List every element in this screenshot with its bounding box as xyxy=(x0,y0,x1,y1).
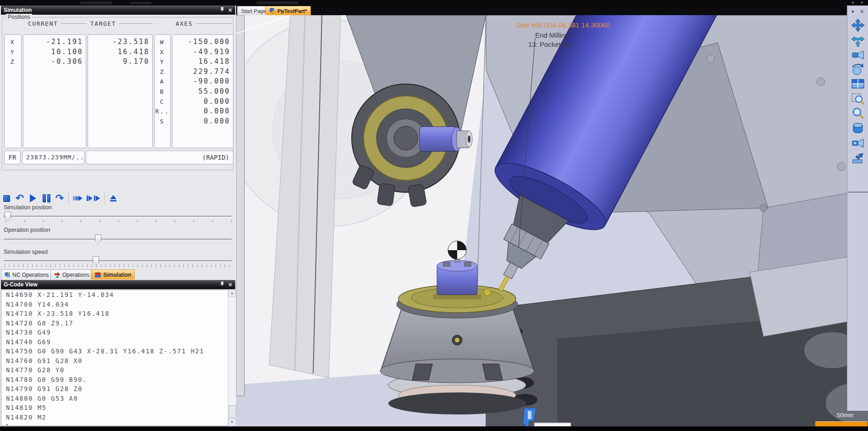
simulation-speed-slider[interactable] xyxy=(4,260,232,262)
slider-ticks xyxy=(5,264,232,267)
tab-pptestpart[interactable]: PpTestPart* xyxy=(265,6,311,15)
play-button[interactable] xyxy=(28,192,38,204)
machine-axis-label: A xyxy=(155,77,170,87)
part-document-icon xyxy=(270,8,276,14)
simulation-icon xyxy=(94,272,101,278)
status-strip xyxy=(0,426,868,431)
simulation-position-label: Simulation position xyxy=(4,204,52,211)
machine-axis-label: R.. xyxy=(155,106,170,117)
machine-axis-value: 0.000 xyxy=(172,117,233,127)
gcode-scrollbar[interactable]: ▲ ▼ xyxy=(228,290,236,426)
zoom-window-icon[interactable] xyxy=(851,92,865,106)
step-back-button[interactable]: ↶ xyxy=(15,192,24,204)
gcode-line: N14700 Y14.034 xyxy=(1,300,235,309)
run-to-end-button[interactable] xyxy=(87,192,100,204)
operation-position-thumb[interactable] xyxy=(95,235,101,244)
chevron-down-icon[interactable]: ▾ xyxy=(851,9,854,14)
feedrate-value: 23873.239MM/... xyxy=(22,151,84,164)
gcode-panel-titlebar: G-Code View ✕ xyxy=(1,280,235,289)
machine-axis-value: 0.000 xyxy=(172,106,233,117)
gcode-panel-title: G-Code View xyxy=(4,281,38,288)
stop-button[interactable] xyxy=(2,192,11,204)
eject-button[interactable] xyxy=(109,192,118,204)
step-forward-button[interactable]: ↷ xyxy=(55,192,64,204)
close-icon[interactable]: ✕ xyxy=(227,281,233,288)
position-axis-labels: XYZ xyxy=(4,34,22,148)
machine-axis-label: B xyxy=(155,87,170,97)
left-dock: Simulation ✕ Positions CURRENT TARGET AX… xyxy=(0,6,237,426)
tab-simulation[interactable]: Simulation xyxy=(91,269,135,280)
machine-axis-value: 229.774 xyxy=(172,67,233,77)
axis-label: Z xyxy=(5,57,21,67)
pin-icon[interactable] xyxy=(219,7,225,13)
close-icon[interactable]: ✕ xyxy=(860,9,864,14)
current-value: -0.306 xyxy=(23,57,86,67)
scale-label: 50mm xyxy=(824,412,866,419)
machine-axis-value: 16.418 xyxy=(172,57,233,67)
bolt-hole xyxy=(707,55,714,62)
shaded-view-icon[interactable] xyxy=(851,121,865,135)
pan-icon[interactable] xyxy=(851,18,865,32)
titlebar-decor xyxy=(129,2,151,4)
tool-annotation: Side Mill D04 08.381 14.30060 xyxy=(516,21,610,29)
machine-axis-value: -49.919 xyxy=(172,47,233,57)
simulation-panel-title: Simulation xyxy=(4,7,32,13)
scrollbar-thumb[interactable] xyxy=(229,405,236,418)
dock-tabstrip: NC Operations Operations Simulation xyxy=(0,269,235,280)
gcode-line: N14690 X-21.191 Y-14.034 xyxy=(1,290,235,300)
toolbar-divider xyxy=(847,192,868,192)
slider-ticks xyxy=(6,220,232,223)
gcode-line: % xyxy=(1,422,235,426)
tab-nc-operations[interactable]: NC Operations xyxy=(1,269,52,280)
simulation-speed-label: Simulation speed xyxy=(4,249,48,255)
titlebar-decor xyxy=(257,1,298,4)
current-values: -21.19110.100-0.306 xyxy=(23,34,86,148)
view-direction-icon[interactable] xyxy=(851,48,865,62)
simulation-panel-titlebar: Simulation ✕ xyxy=(1,6,235,15)
machine-axis-value: -150.000 xyxy=(172,37,233,47)
import-view-icon[interactable] xyxy=(851,151,865,164)
machine-axis-label: Z xyxy=(155,67,170,77)
machine-axis-value: 0.000 xyxy=(172,97,233,107)
pin-icon[interactable] xyxy=(219,281,225,288)
application-window: ▾ ✕ Simulation ✕ Positions CURRENT TARGE… xyxy=(0,0,868,431)
target-values: -23.51816.4189.170 xyxy=(88,34,153,148)
gcode-line: N14790 G91 G28 Z0 xyxy=(1,384,235,394)
playback-toolbar: ↶ ↷ xyxy=(2,190,233,206)
gcode-line: N14720 G0 Z9.17 xyxy=(1,319,235,328)
bolt-hole xyxy=(760,204,767,212)
machine-axis-label: C xyxy=(155,97,170,107)
pause-button[interactable] xyxy=(42,192,51,204)
close-icon[interactable]: ✕ xyxy=(227,7,233,13)
gcode-view[interactable]: N14690 X-21.191 Y-14.034N14700 Y14.034N1… xyxy=(1,290,235,426)
fast-forward-button[interactable] xyxy=(73,192,83,204)
target-value: 16.418 xyxy=(88,47,152,57)
simulation-position-slider[interactable] xyxy=(4,216,232,217)
operation-position-label: Operation position xyxy=(4,227,50,233)
machine-axis-label: S xyxy=(155,117,170,127)
nc-operations-icon xyxy=(5,272,11,278)
gcode-line: N14770 G28 Y0 xyxy=(1,365,235,375)
gcode-line: N14780 G0 G90 B90. xyxy=(1,375,235,385)
viewports-icon[interactable] xyxy=(851,77,865,91)
window-menu-icon[interactable]: ▾ xyxy=(852,0,854,5)
machine-axis-label: X xyxy=(155,47,170,57)
toolbar-separator xyxy=(68,192,69,204)
rotate-view-icon[interactable] xyxy=(851,62,865,76)
orbit-icon[interactable] xyxy=(851,33,865,47)
document-tabrow: Start Page PpTestPart* xyxy=(236,6,868,15)
gcode-line: N14760 G91 G28 X0 xyxy=(1,356,235,366)
operation-type-annotation: End Milling xyxy=(535,31,569,39)
window-close-icon[interactable]: ✕ xyxy=(860,0,864,5)
machine-3d-viewport[interactable] xyxy=(236,15,868,426)
target-column-header: TARGET xyxy=(90,20,153,27)
operation-position-slider[interactable] xyxy=(4,239,232,240)
titlebar-decor xyxy=(80,1,112,4)
scroll-up-icon[interactable]: ▲ xyxy=(228,290,236,297)
axes-column-header: AXES xyxy=(176,20,232,27)
target-value: -23.518 xyxy=(88,37,152,47)
scroll-down-icon[interactable]: ▼ xyxy=(228,419,236,426)
tab-operations[interactable]: Operations xyxy=(50,269,93,280)
zoom-icon[interactable] xyxy=(851,106,865,120)
camera-view-icon[interactable] xyxy=(851,136,865,150)
